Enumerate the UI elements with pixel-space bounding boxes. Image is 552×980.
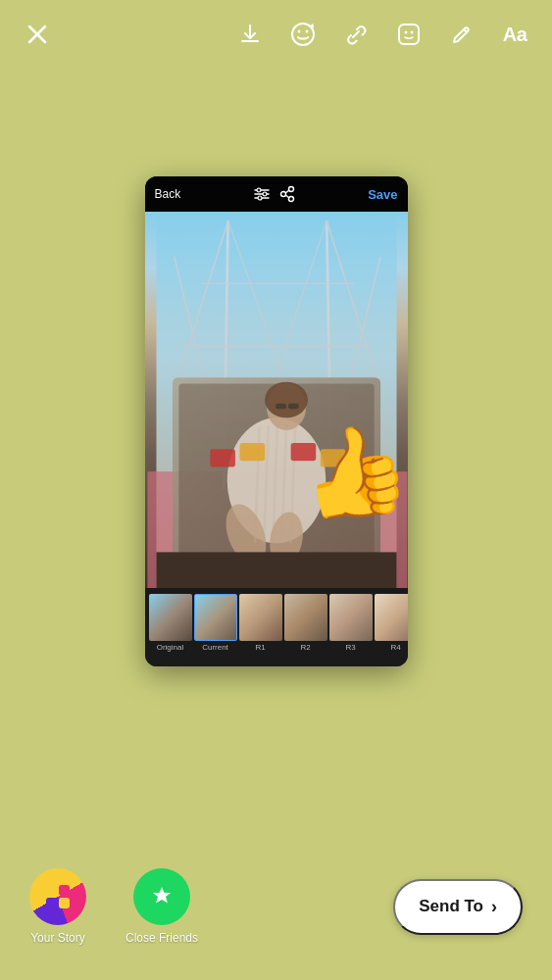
link-button[interactable] — [338, 17, 374, 52]
svg-rect-41 — [276, 404, 286, 409]
film-thumb-r3[interactable] — [329, 594, 373, 641]
svg-line-17 — [285, 190, 289, 193]
svg-rect-46 — [239, 443, 265, 461]
svg-rect-49 — [156, 552, 396, 588]
close-friends-option[interactable]: Close Friends — [125, 868, 198, 945]
film-thumbnails — [145, 588, 408, 643]
download-icon — [237, 22, 263, 47]
send-chevron-icon: › — [491, 897, 497, 917]
toolbar-right-icons: Aa — [232, 17, 532, 52]
download-button[interactable] — [232, 17, 268, 52]
text-button[interactable]: Aa — [497, 17, 532, 52]
svg-point-16 — [288, 197, 293, 202]
svg-point-4 — [306, 30, 309, 33]
svg-rect-51 — [59, 885, 70, 896]
film-label-r1: R1 — [239, 643, 282, 662]
phone-header: Back Save — [145, 176, 408, 212]
svg-point-13 — [258, 196, 262, 200]
link-icon — [343, 22, 369, 47]
film-label-r3: R3 — [329, 643, 373, 662]
svg-rect-45 — [210, 449, 235, 466]
svg-rect-42 — [287, 404, 298, 409]
photo-area — [145, 212, 408, 588]
svg-point-40 — [265, 382, 308, 418]
close-friends-label: Close Friends — [125, 931, 198, 945]
svg-rect-5 — [399, 24, 419, 44]
ferris-wheel-svg — [145, 212, 408, 588]
film-thumb-current[interactable] — [194, 594, 237, 641]
thumbs-up-sticker[interactable]: 👍 — [291, 413, 418, 533]
film-strip: Original Current R1 R2 R3 R4 — [145, 588, 408, 666]
phone-header-icons — [253, 185, 296, 203]
smiley-sticker-icon — [289, 21, 317, 48]
your-story-icon — [29, 868, 86, 925]
close-friends-icon — [133, 868, 190, 925]
draw-icon — [449, 22, 475, 47]
send-to-button[interactable]: Send To › — [393, 879, 523, 935]
svg-point-3 — [298, 30, 301, 33]
svg-point-6 — [405, 31, 408, 34]
back-button[interactable]: Back — [155, 187, 181, 201]
film-thumb-original[interactable] — [149, 594, 192, 641]
svg-point-11 — [257, 188, 261, 192]
bottom-bar: Your Story Close Friends Send To › — [0, 853, 552, 980]
top-toolbar: Aa — [0, 0, 552, 69]
film-thumb-r4[interactable] — [375, 594, 408, 641]
svg-point-7 — [411, 31, 414, 34]
close-friends-star-icon — [148, 883, 176, 910]
your-story-option[interactable]: Your Story — [29, 868, 86, 945]
your-story-icon-svg — [44, 883, 72, 910]
film-label-current: Current — [194, 643, 237, 662]
svg-line-18 — [285, 195, 289, 198]
film-label-r2: R2 — [284, 643, 327, 662]
your-story-label: Your Story — [30, 931, 85, 945]
film-thumb-r1[interactable] — [239, 594, 282, 641]
svg-point-12 — [263, 192, 267, 196]
film-label-r4: R4 — [375, 643, 408, 662]
save-button[interactable]: Save — [368, 187, 397, 202]
svg-point-15 — [288, 187, 293, 192]
svg-rect-52 — [46, 898, 57, 908]
story-options: Your Story Close Friends — [29, 868, 198, 945]
svg-point-14 — [280, 192, 285, 197]
close-button[interactable] — [20, 17, 55, 52]
draw-button[interactable] — [444, 17, 479, 52]
send-to-label: Send To — [419, 897, 483, 916]
close-icon — [25, 23, 49, 46]
sticker-button[interactable] — [285, 17, 321, 52]
face-sticker-icon — [396, 22, 422, 47]
film-thumb-r2[interactable] — [284, 594, 327, 641]
share-icon[interactable] — [278, 185, 296, 203]
svg-rect-50 — [46, 885, 57, 896]
svg-rect-53 — [59, 898, 70, 908]
film-labels: Original Current R1 R2 R3 R4 — [145, 643, 408, 662]
face-sticker-button[interactable] — [391, 17, 427, 52]
filter-icon[interactable] — [253, 185, 271, 203]
text-icon-label: Aa — [503, 24, 527, 46]
film-label-original: Original — [149, 643, 192, 662]
